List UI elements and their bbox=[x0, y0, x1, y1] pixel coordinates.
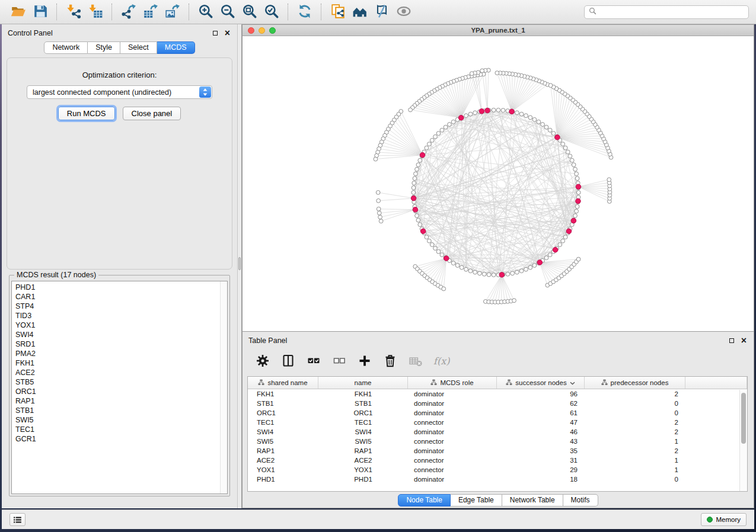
tab-select[interactable]: Select bbox=[120, 41, 157, 54]
zoom-window-button[interactable] bbox=[269, 27, 276, 34]
network-overview-button[interactable] bbox=[349, 2, 371, 21]
mcds-result-title: MCDS result (17 nodes) bbox=[14, 271, 98, 279]
select-all-columns-button[interactable] bbox=[306, 354, 321, 370]
table-cell: 47 bbox=[497, 419, 585, 426]
column-header-predecessor-nodes[interactable]: predecessor nodes bbox=[585, 377, 685, 389]
mcds-result-item[interactable]: YOX1 bbox=[12, 321, 227, 330]
table-cell: 61 bbox=[497, 409, 585, 416]
float-table-panel-icon[interactable] bbox=[729, 338, 734, 343]
table-tab-edge-table[interactable]: Edge Table bbox=[451, 494, 502, 507]
column-header-name[interactable]: name bbox=[318, 377, 408, 389]
mcds-result-list[interactable]: PHD1CAR1STP4TID3YOX1SWI4SRD1PMA2FKH1ACE2… bbox=[11, 281, 228, 494]
mcds-result-item[interactable]: PHD1 bbox=[12, 283, 227, 292]
import-table-button[interactable] bbox=[84, 2, 106, 21]
add-column-icon bbox=[358, 354, 372, 370]
table-panel: Table Panel × f(x) shared namenameMCDS r… bbox=[242, 332, 754, 508]
search-field[interactable] bbox=[584, 5, 749, 19]
table-row[interactable]: PHD1PHD1dominator180 bbox=[248, 475, 747, 484]
table-cell: 96 bbox=[497, 390, 585, 398]
export-image-button[interactable] bbox=[161, 2, 183, 21]
mcds-result-item[interactable]: ACE2 bbox=[12, 368, 227, 377]
column-header-shared-name[interactable]: shared name bbox=[248, 377, 318, 389]
settings-gear-icon bbox=[256, 354, 270, 370]
show-columns-button[interactable] bbox=[280, 354, 296, 370]
mcds-result-item[interactable]: RAP1 bbox=[12, 396, 227, 406]
close-panel-icon[interactable]: × bbox=[225, 30, 230, 36]
table-row[interactable]: RAP1RAP1dominator352 bbox=[248, 446, 747, 456]
table-scrollbar-thumb[interactable] bbox=[741, 393, 746, 444]
optimization-select[interactable]: largest connected component (undirected) bbox=[27, 85, 212, 99]
column-header-successor-nodes[interactable]: successor nodes bbox=[497, 377, 585, 389]
delete-column-button[interactable] bbox=[382, 354, 398, 370]
table-row[interactable]: ORC1ORC1dominator610 bbox=[248, 408, 747, 418]
table-cell: 46 bbox=[497, 428, 585, 435]
mcds-result-item[interactable]: GCR1 bbox=[12, 434, 227, 444]
mcds-result-item[interactable]: SWI4 bbox=[12, 330, 227, 339]
toolbar-separator bbox=[189, 4, 189, 20]
splitter-grip-icon[interactable] bbox=[238, 257, 241, 270]
refresh-button[interactable] bbox=[294, 2, 315, 21]
table-scrollbar[interactable] bbox=[739, 390, 747, 491]
mcds-result-items: PHD1CAR1STP4TID3YOX1SWI4SRD1PMA2FKH1ACE2… bbox=[12, 281, 227, 444]
result-list-scrollbar[interactable] bbox=[220, 281, 227, 493]
mcds-result-item[interactable]: STP4 bbox=[12, 302, 227, 311]
tab-style[interactable]: Style bbox=[88, 41, 120, 54]
table-tab-node-table[interactable]: Node Table bbox=[398, 494, 451, 507]
settings-gear-button[interactable] bbox=[255, 354, 270, 370]
add-column-button[interactable] bbox=[357, 354, 372, 370]
zoom-out-button[interactable] bbox=[216, 2, 238, 21]
table-row[interactable]: YOX1YOX1connector291 bbox=[248, 465, 747, 475]
export-table-button[interactable] bbox=[139, 2, 161, 21]
float-panel-icon[interactable] bbox=[213, 31, 218, 36]
zoom-selected-button[interactable] bbox=[260, 2, 282, 21]
mcds-result-item[interactable]: CAR1 bbox=[12, 292, 227, 302]
open-session-button[interactable] bbox=[7, 2, 29, 21]
mcds-result-item[interactable]: FKH1 bbox=[12, 358, 227, 368]
close-table-panel-icon[interactable]: × bbox=[741, 338, 747, 344]
table-row[interactable]: FKH1FKH1dominator962 bbox=[248, 389, 747, 399]
mcds-result-item[interactable]: TID3 bbox=[12, 311, 227, 321]
memory-button[interactable]: Memory bbox=[701, 513, 747, 526]
table-row[interactable]: ACE2ACE2connector311 bbox=[248, 456, 747, 465]
search-input[interactable] bbox=[599, 7, 744, 17]
mcds-result-item[interactable]: SWI5 bbox=[12, 415, 227, 425]
network-canvas[interactable] bbox=[243, 36, 754, 331]
close-window-button[interactable] bbox=[248, 27, 254, 34]
table-cell: connector bbox=[408, 419, 497, 426]
save-session-button[interactable] bbox=[29, 2, 51, 21]
deselect-all-columns-button[interactable] bbox=[331, 354, 347, 370]
column-header-mcds-role[interactable]: MCDS role bbox=[408, 377, 497, 389]
zoom-in-button[interactable] bbox=[194, 2, 216, 21]
table-tab-network-table[interactable]: Network Table bbox=[502, 494, 563, 507]
select-stepper-icon bbox=[199, 86, 211, 98]
main-toolbar bbox=[0, 0, 756, 24]
table-tab-motifs[interactable]: Motifs bbox=[563, 494, 598, 507]
table-row[interactable]: TEC1TEC1connector472 bbox=[248, 418, 747, 427]
import-network-button[interactable] bbox=[62, 2, 84, 21]
panel-splitter[interactable] bbox=[237, 24, 242, 508]
graphics-details-button[interactable] bbox=[371, 2, 393, 21]
export-network-button[interactable] bbox=[117, 2, 139, 21]
mcds-result-item[interactable]: SRD1 bbox=[12, 339, 227, 349]
close-panel-button[interactable]: Close panel bbox=[123, 107, 181, 120]
mcds-result-item[interactable]: PMA2 bbox=[12, 349, 227, 358]
tab-network[interactable]: Network bbox=[44, 41, 88, 54]
run-mcds-button[interactable]: Run MCDS bbox=[58, 107, 115, 120]
tab-mcds[interactable]: MCDS bbox=[157, 41, 195, 54]
network-window-titlebar[interactable]: YPA_prune.txt_1 bbox=[243, 25, 754, 36]
show-hide-graphics-icon bbox=[396, 4, 412, 21]
mcds-result-item[interactable]: ORC1 bbox=[12, 387, 227, 396]
mcds-result-item[interactable]: STB1 bbox=[12, 406, 227, 415]
table-row[interactable]: STB1STB1dominator620 bbox=[248, 399, 747, 408]
duplicate-network-button[interactable] bbox=[327, 2, 349, 21]
table-cell: YOX1 bbox=[248, 466, 318, 473]
table-cell: 2 bbox=[585, 419, 685, 426]
mcds-result-item[interactable]: STB5 bbox=[12, 377, 227, 387]
mcds-result-item[interactable]: TEC1 bbox=[12, 425, 227, 434]
table-tabs: Node TableEdge TableNetwork TableMotifs bbox=[243, 492, 754, 508]
zoom-fit-button[interactable] bbox=[238, 2, 260, 21]
task-history-button[interactable] bbox=[9, 513, 25, 526]
minimize-window-button[interactable] bbox=[259, 27, 265, 34]
table-row[interactable]: SWI4SWI4dominator462 bbox=[248, 427, 747, 437]
table-row[interactable]: SWI5SWI5connector431 bbox=[248, 437, 747, 446]
